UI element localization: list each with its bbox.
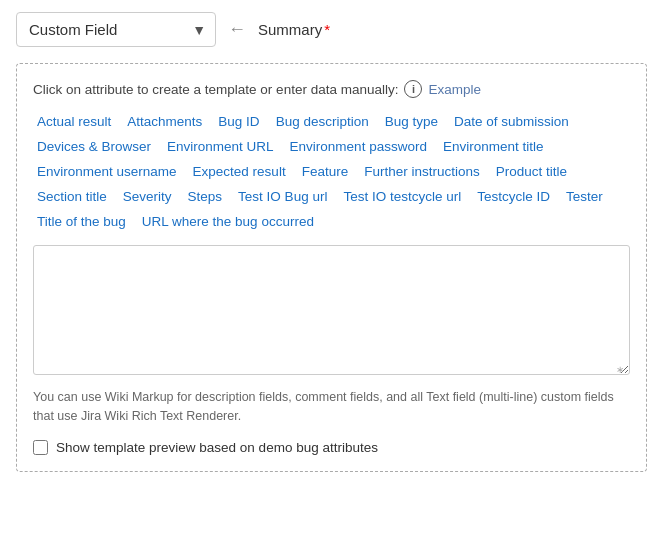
custom-field-dropdown[interactable]: Custom FieldText FieldNumber FieldDate F… <box>16 12 216 47</box>
tag-environment-title[interactable]: Environment title <box>439 137 548 156</box>
tag-attachments[interactable]: Attachments <box>123 112 206 131</box>
info-icon: i <box>404 80 422 98</box>
tag-environment-url[interactable]: Environment URL <box>163 137 278 156</box>
tag-environment-password[interactable]: Environment password <box>286 137 431 156</box>
tag-tester[interactable]: Tester <box>562 187 607 206</box>
header-row: Custom FieldText FieldNumber FieldDate F… <box>16 12 647 47</box>
tag-test-io-bug-url[interactable]: Test IO Bug url <box>234 187 331 206</box>
instruction-text: Click on attribute to create a template … <box>33 82 398 97</box>
tag-actual-result[interactable]: Actual result <box>33 112 115 131</box>
tag-devices-&-browser[interactable]: Devices & Browser <box>33 137 155 156</box>
tag-bug-type[interactable]: Bug type <box>381 112 442 131</box>
tags-area: Actual resultAttachmentsBug IDBug descri… <box>33 112 630 231</box>
tag-title-of-the-bug[interactable]: Title of the bug <box>33 212 130 231</box>
summary-text: Summary <box>258 21 322 38</box>
tag-section-title[interactable]: Section title <box>33 187 111 206</box>
tag-severity[interactable]: Severity <box>119 187 176 206</box>
wiki-note: You can use Wiki Markup for description … <box>33 388 630 426</box>
custom-field-dropdown-wrapper: Custom FieldText FieldNumber FieldDate F… <box>16 12 216 47</box>
main-content-box: Click on attribute to create a template … <box>16 63 647 472</box>
back-arrow-icon[interactable]: ← <box>228 19 246 40</box>
tag-bug-id[interactable]: Bug ID <box>214 112 263 131</box>
required-marker: * <box>324 21 330 38</box>
tag-url-where-the-bug-occurred[interactable]: URL where the bug occurred <box>138 212 318 231</box>
tag-environment-username[interactable]: Environment username <box>33 162 181 181</box>
example-link[interactable]: Example <box>428 82 481 97</box>
tag-date-of-submission[interactable]: Date of submission <box>450 112 573 131</box>
checkbox-row: Show template preview based on demo bug … <box>33 440 630 455</box>
tag-feature[interactable]: Feature <box>298 162 353 181</box>
tag-further-instructions[interactable]: Further instructions <box>360 162 484 181</box>
tag-testcycle-id[interactable]: Testcycle ID <box>473 187 554 206</box>
tag-expected-result[interactable]: Expected result <box>189 162 290 181</box>
checkbox-label[interactable]: Show template preview based on demo bug … <box>56 440 378 455</box>
tag-steps[interactable]: Steps <box>184 187 227 206</box>
textarea-wrapper: ∗ <box>33 245 630 378</box>
preview-checkbox[interactable] <box>33 440 48 455</box>
tag-bug-description[interactable]: Bug description <box>272 112 373 131</box>
summary-label: Summary* <box>258 21 330 38</box>
tag-product-title[interactable]: Product title <box>492 162 571 181</box>
instruction-row: Click on attribute to create a template … <box>33 80 630 98</box>
main-textarea[interactable] <box>33 245 630 375</box>
tag-test-io-testcycle-url[interactable]: Test IO testcycle url <box>339 187 465 206</box>
